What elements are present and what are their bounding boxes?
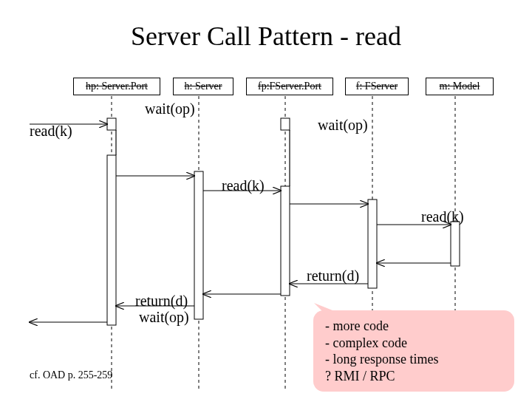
- svg-rect-11: [451, 222, 460, 266]
- msg-wait-op-3: wait(op): [139, 309, 189, 326]
- msg-wait-op-1: wait(op): [145, 100, 195, 117]
- svg-rect-8: [281, 118, 290, 130]
- svg-rect-10: [368, 200, 377, 288]
- sequence-diagram: hp: Server.Port h: Server fp:FServer.Por…: [0, 0, 532, 399]
- msg-wait-op-2: wait(op): [318, 117, 368, 134]
- callout-note: - more code - complex code - long respon…: [313, 310, 514, 392]
- footer-ref: cf. OAD p. 255-259: [30, 369, 112, 381]
- svg-rect-9: [281, 186, 290, 296]
- svg-rect-7: [194, 171, 203, 319]
- callout-line: - long response times: [325, 351, 502, 368]
- msg-read-k-2: read(k): [222, 177, 265, 194]
- callout-line: ? RMI / RPC: [325, 368, 502, 385]
- msg-return-d-1: return(d): [135, 293, 188, 310]
- msg-return-d-2: return(d): [307, 267, 359, 284]
- callout-line: - complex code: [325, 335, 502, 352]
- svg-rect-6: [107, 155, 116, 325]
- svg-rect-5: [107, 118, 116, 130]
- msg-read-k-1: read(k): [30, 123, 72, 140]
- callout-line: - more code: [325, 318, 502, 335]
- msg-read-k-3: read(k): [421, 208, 464, 225]
